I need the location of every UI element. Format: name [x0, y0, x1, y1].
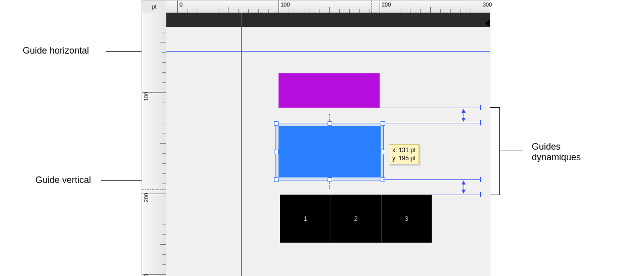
dynamic-guide-tick [480, 120, 481, 125]
ruler-h-label: 200 [382, 2, 391, 8]
selection-bounds[interactable] [275, 123, 384, 180]
callout-guide-vertical: Guide vertical [35, 175, 91, 186]
cell-text: 2 [354, 215, 357, 222]
dynamic-guide-tick [480, 177, 481, 182]
shape-rect-purple[interactable] [279, 73, 380, 108]
resize-handle-tr[interactable] [381, 121, 385, 126]
callout-text: Guide horizontal [23, 45, 89, 56]
guide-horizontal[interactable] [166, 51, 490, 52]
arrow-up-icon [462, 180, 466, 185]
resize-handle-tl[interactable] [274, 121, 279, 126]
callout-text2: dynamiques [532, 152, 581, 162]
resize-handle-ml[interactable] [274, 150, 279, 154]
cell-text: 1 [303, 215, 307, 222]
ruler-v-label: 300 [143, 274, 149, 276]
tooltip-x: x: 131 pt [392, 146, 416, 154]
dynamic-guide-line [464, 113, 464, 119]
dynamic-guide-line [464, 185, 464, 191]
ruler-v-label: 200 [143, 193, 149, 202]
ruler-vertical[interactable]: 100 200 300 [142, 13, 167, 276]
arrow-up-icon [462, 109, 466, 113]
ruler-cursor-horizontal [372, 1, 372, 13]
editor-window: pt 0 100 200 300 [142, 0, 490, 276]
ruler-unit-label: pt [142, 1, 167, 13]
callout-guides-dynamiques: Guides dynamiques [532, 142, 581, 163]
resize-handle-mr[interactable] [381, 150, 385, 154]
shape-row-black[interactable]: 1 2 3 [280, 195, 432, 243]
dynamic-guide-line [383, 179, 481, 180]
cell[interactable]: 1 [280, 195, 331, 243]
guide-vertical[interactable] [241, 13, 242, 276]
ruler-cursor-vertical [142, 190, 166, 190]
resize-handle-bm[interactable] [328, 177, 332, 182]
dynamic-guide-line [432, 195, 481, 195]
tooltip-y: y: 195 pt [392, 154, 416, 162]
triangle-left-icon [485, 20, 490, 27]
unit-text: pt [152, 4, 156, 10]
cell[interactable]: 2 [331, 195, 381, 243]
page-edge [166, 13, 490, 27]
bracket-icon [490, 107, 500, 195]
ruler-v-label: 100 [143, 92, 149, 101]
callout-text: Guide vertical [35, 175, 91, 185]
ruler-horizontal[interactable]: 0 100 200 300 [166, 1, 490, 13]
dynamic-guide-line [383, 123, 481, 123]
canvas[interactable]: 1 2 3 x: 131 pt y: 19 [166, 13, 490, 276]
ruler-h-label: 300 [483, 2, 492, 8]
callout-guide-horizontal: Guide horizontal [23, 45, 89, 56]
cell-text: 3 [404, 215, 408, 222]
dynamic-guide-line [380, 108, 481, 108]
ruler-h-label: 100 [281, 2, 290, 8]
shape-rect-blue[interactable] [279, 126, 381, 177]
callout-text: Guides [532, 142, 561, 152]
coordinate-tooltip: x: 131 pt y: 195 pt [389, 144, 419, 164]
dynamic-guide-tick [480, 192, 481, 197]
dynamic-guide-tick [480, 105, 481, 110]
callout-line [499, 151, 523, 151]
ruler-h-label: 0 [179, 2, 182, 8]
resize-handle-tm[interactable] [328, 121, 332, 126]
resize-handle-bl[interactable] [274, 177, 279, 182]
cell[interactable]: 3 [381, 195, 432, 243]
